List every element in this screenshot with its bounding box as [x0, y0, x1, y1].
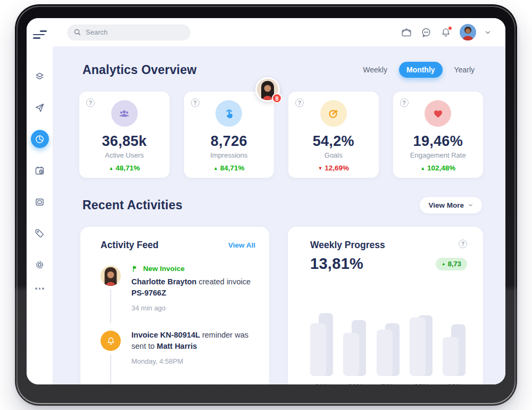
timeline-connector: [110, 354, 111, 384]
stat-label: Engagement Rate: [410, 151, 466, 159]
calendar-icon: [34, 165, 45, 176]
sidebar-item-tags[interactable]: [31, 224, 49, 242]
mail-icon: [401, 27, 412, 38]
tab-weekly[interactable]: Weekly: [355, 62, 395, 78]
progress-value: 13,81%: [310, 255, 363, 273]
main-content: Analytics Overview Weekly Monthly Yearly…: [53, 46, 505, 384]
bar-group: 76%: [377, 307, 401, 384]
help-icon[interactable]: ?: [295, 99, 304, 107]
stat-card-engagement: ? 19,46% Engagement Rate ▲102,48%: [393, 92, 484, 178]
notifications-button[interactable]: [440, 27, 452, 38]
sidebar: [27, 18, 53, 384]
layers-icon: [34, 71, 45, 82]
user-avatar[interactable]: [460, 24, 476, 40]
trend-up-icon: ▲: [213, 166, 218, 171]
notification-dot: [448, 26, 452, 30]
target-icon: [320, 100, 347, 127]
stat-delta: ▼12,69%: [318, 164, 349, 172]
weekly-progress-card: Weekly Progress ? 13,81% ▲ 8,73 91% 83% …: [288, 227, 483, 384]
chat-icon: [420, 27, 432, 38]
users-icon: [111, 100, 138, 127]
progress-delta-badge: ▲ 8,73: [436, 258, 467, 270]
search-input[interactable]: [86, 28, 176, 36]
sidebar-nav: [31, 67, 49, 274]
weekly-progress-chart: 91% 83% 76% 88% 62%: [310, 307, 467, 384]
sidebar-item-frames[interactable]: [31, 193, 49, 211]
stat-cards: ? 36,85k Active Users ▲48,71% ? 8,726: [79, 92, 483, 178]
mail-button[interactable]: [401, 27, 412, 38]
notification-avatar[interactable]: 8: [255, 77, 280, 102]
trend-up-icon: ▲: [420, 166, 425, 171]
reminder-bell-badge: [101, 331, 121, 351]
menu-icon[interactable]: [33, 28, 47, 42]
stat-delta: ▲48,71%: [109, 164, 140, 172]
account-menu-chevron[interactable]: [484, 29, 492, 36]
feed-item-new-invoice[interactable]: New Invoice Charlotte Brayton created in…: [101, 265, 255, 316]
trend-down-icon: ▼: [318, 166, 322, 171]
stat-delta: ▲102,48%: [420, 164, 455, 172]
messages-button[interactable]: [420, 27, 432, 38]
tag-icon: [34, 228, 45, 239]
card-title: Activity Feed: [101, 240, 159, 251]
frame-icon: [34, 196, 45, 208]
view-all-link[interactable]: View All: [228, 241, 255, 249]
send-icon: [34, 102, 45, 113]
recent-activities-header: Recent Activities View More: [82, 197, 482, 214]
pie-chart-icon: [34, 134, 45, 145]
stat-value: 8,726: [211, 133, 247, 150]
bar-group: 91%: [310, 307, 335, 384]
settings-icon: [34, 259, 45, 270]
feed-timestamp: 34 min ago: [131, 304, 255, 312]
stat-label: Active Users: [105, 151, 144, 159]
search-bar: [67, 24, 190, 40]
chevron-down-icon: [484, 29, 492, 36]
bar-group: 83%: [343, 307, 368, 384]
feed-timestamp: Monday, 4:58PM: [131, 357, 255, 365]
stat-card-goals: ? 54,2% Goals ▼12,69%: [288, 92, 379, 178]
sidebar-item-send[interactable]: [31, 99, 49, 117]
feed-tag: New Invoice: [131, 265, 255, 273]
sidebar-more-icon[interactable]: [35, 288, 44, 290]
stat-card-impressions: ? 8,726 Impressions ▲84,71%: [184, 92, 275, 178]
search-icon: [73, 28, 81, 36]
period-tabs: Weekly Monthly Yearly: [355, 62, 482, 78]
sidebar-item-layers[interactable]: [31, 67, 49, 85]
bar-group: 62%: [443, 307, 467, 384]
trend-up-icon: ▲: [109, 166, 113, 171]
tab-monthly[interactable]: Monthly: [399, 62, 443, 78]
view-more-button[interactable]: View More: [420, 197, 482, 214]
help-icon[interactable]: ?: [459, 240, 467, 248]
activity-feed-card: Activity Feed View All New Invoice Charl…: [80, 227, 269, 384]
card-title: Weekly Progress: [310, 240, 385, 251]
help-icon[interactable]: ?: [86, 99, 95, 107]
chevron-down-icon: [468, 202, 473, 208]
tab-yearly[interactable]: Yearly: [447, 62, 482, 78]
avatar: [101, 266, 121, 286]
bar-group: 88%: [410, 307, 434, 384]
feed-text: Invoice KN-80914L reminder was sent to M…: [131, 330, 255, 352]
stat-delta: ▲84,71%: [213, 164, 245, 172]
app-screen: Analytics Overview Weekly Monthly Yearly…: [27, 18, 505, 384]
help-icon[interactable]: ?: [191, 99, 200, 107]
feed-item-reminder[interactable]: Invoice KN-80914L reminder was sent to M…: [101, 330, 255, 381]
topbar: [53, 18, 505, 46]
page-title: Analytics Overview: [82, 63, 197, 77]
trend-up-icon: ▲: [442, 261, 446, 266]
feed-text: Charlotte Brayton created invoice PS-976…: [131, 276, 255, 299]
section-title: Recent Activities: [82, 198, 182, 212]
bell-icon: [106, 336, 116, 346]
sidebar-item-schedule[interactable]: [31, 161, 49, 179]
tablet-frame: Analytics Overview Weekly Monthly Yearly…: [15, 4, 517, 406]
sidebar-item-settings[interactable]: [31, 256, 49, 274]
stat-value: 36,85k: [102, 133, 147, 150]
topbar-actions: [401, 24, 492, 40]
tap-icon: [215, 100, 242, 127]
stat-label: Impressions: [210, 151, 247, 159]
timeline-connector: [110, 289, 111, 323]
stat-card-active-users: ? 36,85k Active Users ▲48,71%: [79, 92, 170, 178]
sidebar-item-analytics[interactable]: [31, 130, 49, 148]
help-icon[interactable]: ?: [400, 99, 409, 107]
notification-count-badge: 8: [272, 93, 282, 103]
stat-value: 19,46%: [413, 133, 463, 150]
bottom-panels: Activity Feed View All New Invoice Charl…: [80, 227, 483, 384]
